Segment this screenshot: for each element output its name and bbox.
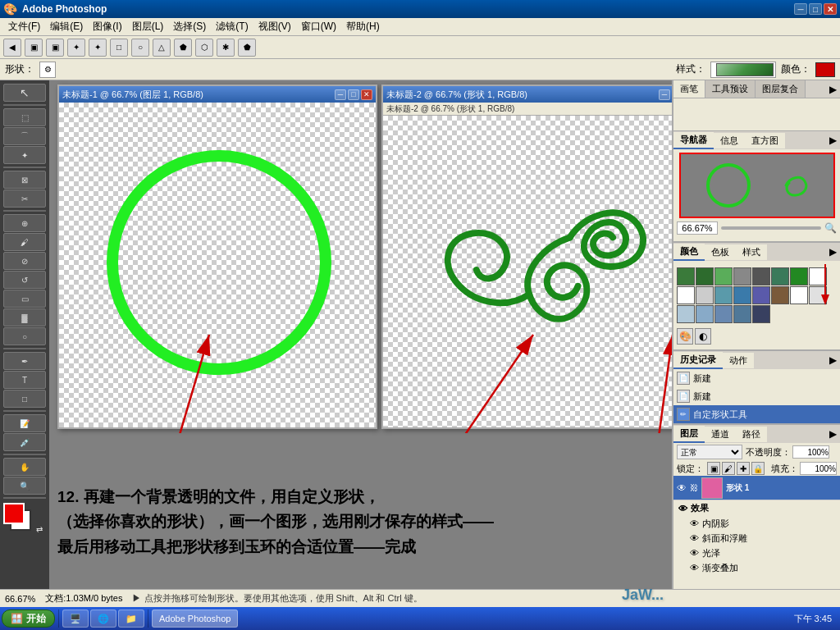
effect-eye-4[interactable]: 👁 — [690, 563, 699, 573]
effect-gradient-overlay[interactable]: 👁 渐变叠加 — [673, 560, 840, 575]
doc1-canvas[interactable] — [59, 103, 376, 427]
tool-btn-4[interactable]: ✦ — [67, 39, 85, 57]
lock-image[interactable]: 🖌 — [722, 462, 735, 475]
history-item-1[interactable]: 📄 新建 — [673, 369, 840, 387]
layer-item-1[interactable]: 👁 ⛓ 形状 1 — [673, 476, 840, 500]
maximize-button[interactable]: □ — [809, 3, 822, 15]
swap-colors-icon[interactable]: ⇄ — [36, 525, 43, 534]
swatch[interactable] — [752, 305, 770, 323]
tab-histogram[interactable]: 直方图 — [745, 133, 785, 148]
slice-tool[interactable]: ✂ — [3, 189, 46, 208]
lasso-tool[interactable]: ⌒ — [3, 127, 46, 145]
tool-btn-1[interactable]: ◀ — [3, 39, 21, 57]
lock-transparent[interactable]: ▣ — [707, 462, 720, 475]
layer-link-icon[interactable]: ⛓ — [690, 483, 698, 492]
doc1-close[interactable]: ✕ — [361, 89, 372, 100]
swatch[interactable] — [752, 286, 770, 304]
swatch[interactable] — [771, 267, 789, 285]
effects-eye-icon[interactable]: 👁 — [678, 504, 687, 514]
eraser-tool[interactable]: ▭ — [3, 290, 46, 308]
tool-btn-12[interactable]: ⬟ — [238, 39, 256, 57]
menu-image[interactable]: 图像(I) — [88, 18, 126, 35]
doc1-title-bar[interactable]: 未标题-1 @ 66.7% (图层 1, RGB/8) ─ □ ✕ — [59, 86, 376, 103]
swatch[interactable] — [733, 267, 751, 285]
menu-select[interactable]: 选择(S) — [168, 18, 211, 35]
swatch[interactable] — [677, 305, 695, 323]
blend-mode-select[interactable]: 正常 — [677, 445, 742, 459]
tab-color[interactable]: 颜色 — [673, 244, 705, 261]
fill-input[interactable] — [800, 462, 837, 475]
menu-window[interactable]: 窗口(W) — [296, 18, 341, 35]
tab-info[interactable]: 信息 — [714, 133, 745, 148]
history-menu-icon[interactable]: ▶ — [754, 354, 840, 366]
swatch[interactable] — [714, 305, 733, 323]
style-selector[interactable] — [710, 62, 776, 78]
doc2-title-bar[interactable]: 未标题-2 @ 66.7% (形状 1, RGB/8) ─ □ ✕ — [383, 86, 672, 103]
tab-tool-preset[interactable]: 工具预设 — [705, 80, 756, 98]
taskbar-icon-2[interactable]: 🌐 — [90, 609, 116, 628]
doc1-maximize[interactable]: □ — [348, 89, 359, 100]
tool-btn-3[interactable]: ▣ — [46, 39, 64, 57]
layer-visibility-icon[interactable]: 👁 — [677, 482, 687, 494]
tab-channels[interactable]: 通道 — [705, 427, 736, 442]
swatch[interactable] — [752, 267, 770, 285]
opacity-input[interactable] — [792, 445, 829, 459]
tab-brush[interactable]: 画笔 — [673, 80, 705, 98]
heal-tool[interactable]: ⊕ — [3, 214, 46, 232]
tab-layer-comp[interactable]: 图层复合 — [756, 80, 806, 98]
menu-layer[interactable]: 图层(L) — [127, 18, 169, 35]
history-item-2[interactable]: 📄 新建 — [673, 387, 840, 405]
tool-btn-11[interactable]: ✱ — [217, 39, 235, 57]
effect-eye-1[interactable]: 👁 — [690, 518, 699, 528]
shape-selector[interactable]: ⚙ — [39, 62, 56, 78]
swatch[interactable] — [677, 267, 695, 285]
tab-layers[interactable]: 图层 — [673, 426, 705, 443]
brush-tool[interactable]: 🖌 — [3, 233, 46, 251]
taskbar-ps-button[interactable]: Adobe Photoshop — [152, 609, 238, 628]
zoom-tool[interactable]: 🔍 — [3, 477, 46, 495]
fg-color-swatch[interactable] — [3, 503, 25, 524]
tool-btn-7[interactable]: ○ — [131, 39, 149, 57]
lock-all[interactable]: 🔒 — [751, 462, 765, 475]
doc2-minimize[interactable]: ─ — [659, 89, 670, 100]
color-picker[interactable] — [815, 62, 835, 77]
swatch[interactable] — [771, 286, 789, 304]
eyedropper-tool[interactable]: 💉 — [3, 433, 46, 451]
menu-filter[interactable]: 滤镜(T) — [211, 18, 253, 35]
menu-edit[interactable]: 编辑(E) — [45, 18, 88, 35]
effect-satin[interactable]: 👁 光泽 — [673, 546, 840, 560]
pen-tool[interactable]: ✒ — [3, 352, 46, 370]
swatch[interactable] — [696, 305, 714, 323]
tool-btn-5[interactable]: ✦ — [89, 39, 107, 57]
hand-tool[interactable]: ✋ — [3, 458, 46, 476]
history-item-3[interactable]: ✏ 自定形状工具 — [673, 405, 840, 423]
tool-btn-10[interactable]: ⬡ — [195, 39, 213, 57]
taskbar-icon-1[interactable]: 🖥️ — [62, 609, 89, 628]
dodge-tool[interactable]: ○ — [3, 327, 46, 345]
tool-btn-9[interactable]: ⬟ — [174, 39, 192, 57]
tab-styles[interactable]: 样式 — [736, 244, 767, 260]
type-tool[interactable]: T — [3, 371, 46, 389]
color-mode-1[interactable]: 🎨 — [677, 328, 693, 345]
layers-menu-icon[interactable]: ▶ — [767, 428, 840, 440]
gradient-tool[interactable]: ▓ — [3, 308, 46, 326]
effect-eye-2[interactable]: 👁 — [690, 533, 699, 543]
shape-tool[interactable]: □ — [3, 390, 46, 408]
tool-btn-2[interactable]: ▣ — [25, 39, 43, 57]
taskbar-icon-3[interactable]: 📁 — [118, 609, 144, 628]
menu-help[interactable]: 帮助(H) — [341, 18, 385, 35]
tab-paths[interactable]: 路径 — [736, 427, 767, 442]
tab-swatches[interactable]: 色板 — [705, 244, 736, 260]
marquee-tool[interactable]: ⬚ — [3, 108, 46, 126]
history-brush[interactable]: ↺ — [3, 271, 46, 289]
minimize-button[interactable]: ─ — [794, 3, 807, 15]
crop-tool[interactable]: ⊠ — [3, 171, 46, 189]
zoom-input[interactable] — [677, 221, 718, 235]
effect-bevel-emboss[interactable]: 👁 斜面和浮雕 — [673, 531, 840, 546]
tool-btn-8[interactable]: △ — [153, 39, 171, 57]
effect-inner-shadow[interactable]: 👁 内阴影 — [673, 516, 840, 531]
swatch[interactable] — [677, 286, 695, 304]
move-tool[interactable]: ↖ — [3, 84, 46, 102]
effect-eye-3[interactable]: 👁 — [690, 548, 699, 558]
swatch[interactable] — [696, 267, 714, 285]
